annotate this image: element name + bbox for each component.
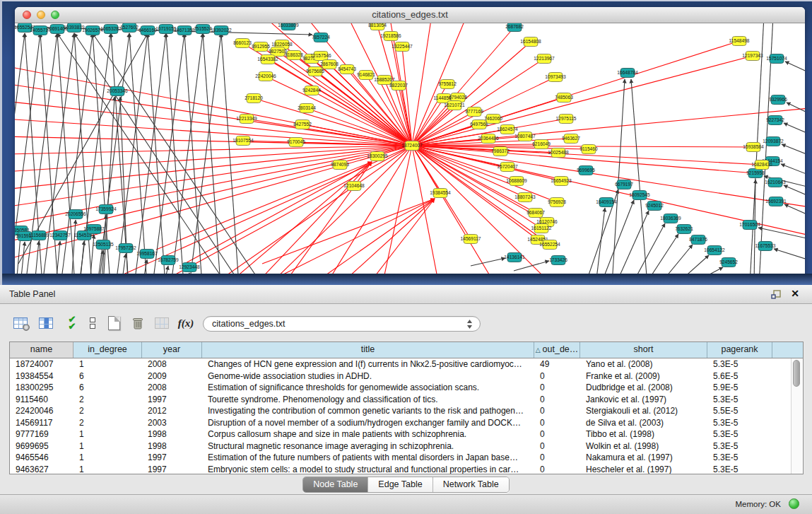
graph-node[interactable]: 12505135 xyxy=(93,240,114,250)
cell-out_de[interactable]: 0 xyxy=(534,452,580,464)
graph-node[interactable]: 12342757 xyxy=(49,231,71,240)
graph-node[interactable]: 2867608 xyxy=(320,60,339,69)
graph-node[interactable]: 9215958 xyxy=(746,169,765,178)
cell-pagerank[interactable]: 5.3E-5 xyxy=(707,440,772,452)
edge-black[interactable] xyxy=(35,241,39,277)
table-vertical-scrollbar[interactable] xyxy=(791,358,802,474)
edge-black[interactable] xyxy=(784,123,805,134)
table-options-button[interactable] xyxy=(11,314,30,332)
graph-node[interactable]: 2687682 xyxy=(505,23,524,32)
graph-node[interactable]: 12213349 xyxy=(236,115,257,124)
graph-node[interactable]: 18392022 xyxy=(211,26,232,35)
edge-black[interactable] xyxy=(774,249,805,260)
graph-node[interactable]: 17359924 xyxy=(95,205,117,214)
graph-node[interactable]: 6679197 xyxy=(615,180,633,189)
graph-node[interactable]: 9874093 xyxy=(331,160,349,170)
column-header-name[interactable]: name xyxy=(10,342,73,358)
cell-short[interactable]: Franke et al. (2009) xyxy=(580,370,707,382)
graph-node[interactable]: 8912955 xyxy=(252,42,270,52)
graph-node[interactable]: 14569117 xyxy=(461,235,481,244)
edge-black[interactable] xyxy=(782,144,805,156)
graph-node[interactable]: 1527602 xyxy=(120,23,139,33)
graph-node[interactable]: 7632621 xyxy=(675,225,693,234)
cell-out_de[interactable]: 0 xyxy=(534,417,580,429)
edge-black[interactable] xyxy=(784,185,805,197)
table-row[interactable]: 946362711997Embryonic stem cells: a mode… xyxy=(10,464,803,475)
edge-red[interactable] xyxy=(15,146,412,154)
graph-node[interactable]: 15692391 xyxy=(765,197,787,206)
edge-black[interactable] xyxy=(103,97,114,277)
graph-node[interactable]: 16210643 xyxy=(765,178,786,187)
edge-red[interactable] xyxy=(412,146,541,228)
cell-out_de[interactable]: 0 xyxy=(534,464,580,475)
graph-node[interactable]: 14671358 xyxy=(174,26,195,35)
graph-node[interactable]: 10973493 xyxy=(545,73,566,82)
scrollbar-thumb[interactable] xyxy=(793,360,800,387)
graph-node[interactable]: 2718120 xyxy=(245,94,263,103)
cell-name[interactable]: 9777169 xyxy=(10,428,73,440)
cell-name[interactable]: 9699695 xyxy=(10,440,73,452)
edge-red[interactable] xyxy=(412,23,432,146)
cell-year[interactable]: 2012 xyxy=(142,405,202,417)
cell-title[interactable]: Structural magnetic resonance image aver… xyxy=(202,440,534,452)
graph-node[interactable]: 10654122 xyxy=(704,246,725,255)
edge-red[interactable] xyxy=(156,146,412,277)
cell-name[interactable]: 9465546 xyxy=(10,452,73,464)
graph-node[interactable]: 9115460 xyxy=(579,145,598,154)
edge-red[interactable] xyxy=(283,162,372,277)
column-header-pagerank[interactable]: pagerank xyxy=(707,342,772,358)
graph-node[interactable]: 9684067 xyxy=(526,209,545,218)
cell-year[interactable]: 2008 xyxy=(142,358,202,370)
cell-short[interactable]: Hescheler et al. (1997) xyxy=(580,464,707,475)
float-window-icon[interactable] xyxy=(771,289,781,298)
network-canvas[interactable]: 1872400716552547140557172069140610393819… xyxy=(15,23,805,277)
graph-node[interactable]: 7857224 xyxy=(312,33,330,42)
graph-node[interactable]: 17957252 xyxy=(115,244,136,253)
cell-out_de[interactable]: 0 xyxy=(534,394,580,406)
graph-node[interactable]: 8822037 xyxy=(389,81,408,90)
graph-node[interactable]: 16210721 xyxy=(444,101,465,110)
graph-node[interactable]: 6216049 xyxy=(532,140,551,149)
edge-black[interactable] xyxy=(632,223,665,277)
graph-node[interactable]: 10975887 xyxy=(83,225,105,234)
cell-pagerank[interactable]: 5.5E-5 xyxy=(707,405,772,417)
tab-network-table[interactable]: Network Table xyxy=(433,477,509,492)
cell-in_degree[interactable]: 2 xyxy=(73,405,142,417)
graph-node[interactable]: 16648784 xyxy=(617,69,638,78)
cell-out_de[interactable]: 0 xyxy=(534,440,580,452)
graph-node[interactable]: 16552254 xyxy=(539,240,560,250)
graph-node[interactable]: 11156889 xyxy=(29,231,49,240)
graph-node[interactable]: 14136141 xyxy=(504,253,525,262)
edge-red[interactable] xyxy=(340,199,435,277)
cell-year[interactable]: 2009 xyxy=(142,370,202,382)
cell-in_degree[interactable]: 1 xyxy=(73,464,142,475)
graph-node[interactable]: 6497568 xyxy=(470,120,488,129)
graph-node[interactable]: 8471876 xyxy=(689,235,707,245)
cell-name[interactable]: 9463627 xyxy=(10,464,73,475)
cell-in_degree[interactable]: 1 xyxy=(73,428,142,440)
graph-node[interactable]: 16151122 xyxy=(531,224,552,233)
cell-title[interactable]: Changes of HCN gene expression and I(f) … xyxy=(202,358,534,370)
graph-node[interactable]: 12157546 xyxy=(310,52,331,61)
graph-node[interactable]: 9777169 xyxy=(465,107,483,117)
graph-node[interactable]: 9146821 xyxy=(357,71,375,80)
cell-year[interactable]: 1997 xyxy=(142,394,202,406)
edge-black[interactable] xyxy=(631,79,647,277)
graph-node[interactable]: 10688609 xyxy=(506,177,527,186)
table-row[interactable]: 2242004622012Investigating the contribut… xyxy=(10,405,803,417)
edge-black[interactable] xyxy=(785,62,805,73)
cell-short[interactable]: Jankovic et al. (1997) xyxy=(580,394,707,406)
graph-node[interactable]: 10653287 xyxy=(100,25,122,34)
graph-node[interactable]: 12213967 xyxy=(534,54,555,64)
cell-year[interactable]: 1998 xyxy=(142,440,202,452)
cell-title[interactable]: Corpus callosum shape and size in male p… xyxy=(202,428,534,440)
graph-node[interactable]: 9675685 xyxy=(306,67,324,76)
cell-title[interactable]: Estimation of significance thresholds fo… xyxy=(202,382,534,394)
graph-node[interactable]: 9463627 xyxy=(562,134,580,144)
graph-node[interactable]: 16782759 xyxy=(158,256,179,265)
graph-node[interactable]: 16033809 xyxy=(278,23,299,30)
cell-short[interactable]: de Silva et al. (2003) xyxy=(580,417,707,429)
graph-node[interactable]: 16654923 xyxy=(551,177,572,186)
graph-node[interactable]: 9242844 xyxy=(302,86,321,95)
graph-node[interactable]: 9329966 xyxy=(769,95,787,105)
